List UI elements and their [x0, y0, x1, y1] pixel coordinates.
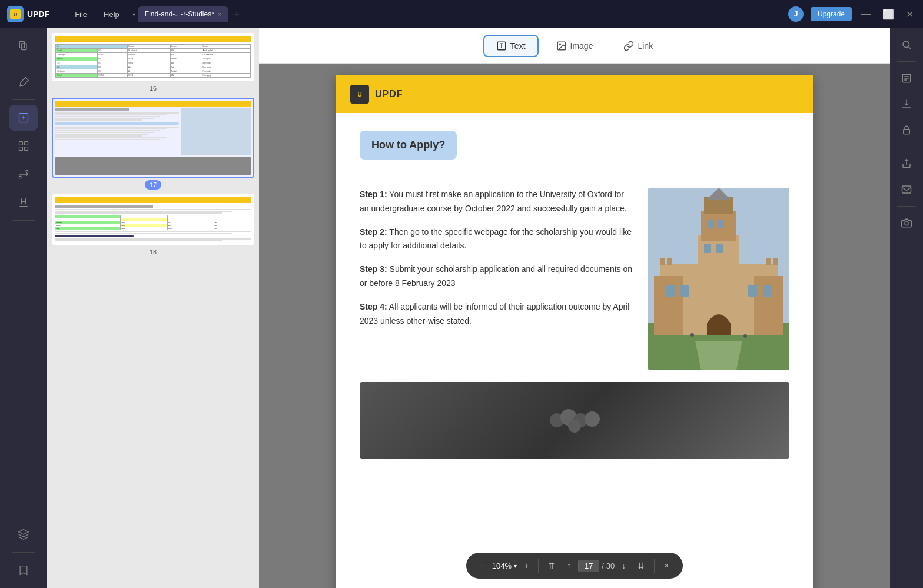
svg-rect-28 — [718, 220, 723, 228]
pdf-steps: Step 1: You must first make an applicati… — [360, 188, 634, 370]
pdf-viewer[interactable]: U UPDF How to Apply? — [259, 64, 890, 588]
step3-text: Submit your scholarship application and … — [360, 264, 632, 288]
thumbnail-page-18[interactable]: ScholarshipUniAmountApply Merit AwardHar… — [52, 194, 254, 257]
right-ocr-button[interactable] — [895, 67, 918, 90]
svg-rect-22 — [680, 285, 689, 297]
tab-close-icon[interactable]: × — [218, 11, 221, 18]
how-to-section: How to Apply? — [360, 131, 789, 174]
page-number-input[interactable] — [578, 560, 599, 572]
text-tool-button[interactable]: Text — [483, 35, 539, 57]
page-first-icon: ⇈ — [548, 561, 555, 570]
bottom-photo — [360, 382, 789, 459]
maximize-button[interactable]: ⬜ — [880, 9, 897, 20]
upgrade-button[interactable]: Upgrade — [811, 7, 852, 21]
svg-point-38 — [585, 411, 600, 427]
svg-rect-24 — [763, 285, 772, 297]
sidebar-item-organize[interactable] — [9, 133, 38, 159]
tab-area: ▾ Find-and-...-r-Studies* × + — [130, 6, 783, 22]
tab-dropdown-icon[interactable]: ▾ — [132, 11, 135, 18]
thumbnail-panel[interactable]: UniCourseAmountDetails OxfordUGAll subje… — [47, 28, 259, 588]
right-lock-button[interactable] — [895, 118, 918, 142]
svg-point-11 — [559, 44, 560, 45]
step2-text: Then go to the specific webpage for the … — [360, 227, 632, 251]
zoom-in-button[interactable]: + — [519, 557, 533, 574]
titlebar-right: J Upgrade — ⬜ ✕ — [788, 6, 916, 22]
page-separator: / — [602, 562, 604, 570]
step2-bold: Step 2: — [360, 227, 387, 237]
pdf-step-4: Step 4: All applicants will be informed … — [360, 300, 634, 328]
svg-point-39 — [568, 420, 581, 433]
pdf-step-2: Step 2: Then go to the specific webpage … — [360, 225, 634, 254]
sidebar-item-annotate[interactable] — [9, 69, 38, 95]
sidebar-item-pages[interactable] — [9, 33, 38, 59]
svg-point-30 — [743, 334, 747, 338]
right-search-button[interactable] — [895, 33, 918, 57]
svg-rect-26 — [716, 244, 723, 253]
right-separator-3 — [897, 206, 916, 207]
page-next-button[interactable]: ↓ — [617, 557, 630, 574]
how-to-title: How to Apply? — [371, 139, 445, 151]
pdf-step-1: Step 1: You must first make an applicati… — [360, 188, 634, 216]
main-layout: UniCourseAmountDetails OxfordUGAll subje… — [0, 28, 923, 588]
close-icon: × — [664, 561, 669, 570]
thumbnail-page-17[interactable]: 17 — [52, 98, 254, 190]
svg-rect-8 — [25, 147, 28, 151]
tab-add-button[interactable]: + — [231, 9, 243, 19]
bottom-toolbar: − 104% ▾ + ⇈ ↑ — [466, 553, 683, 579]
sidebar-item-bookmark[interactable] — [9, 557, 38, 583]
user-avatar[interactable]: J — [788, 6, 804, 22]
image-tool-button[interactable]: Image — [543, 35, 606, 57]
right-separator-1 — [897, 61, 916, 62]
page-prev-button[interactable]: ↑ — [562, 557, 576, 574]
edit-toolbar: Text Image Link — [259, 28, 890, 64]
image-icon — [556, 41, 567, 51]
pdf-logo-icon: U — [357, 91, 361, 98]
menu-file[interactable]: File — [69, 8, 93, 21]
sidebar-separator-4 — [12, 552, 35, 553]
zoom-out-button[interactable]: − — [476, 557, 490, 574]
svg-text:U: U — [14, 12, 18, 18]
active-tab[interactable]: Find-and-...-r-Studies* × — [138, 6, 228, 22]
thumb-page-17-preview — [52, 98, 254, 178]
logo-text: UPDF — [27, 9, 49, 19]
svg-rect-2 — [19, 42, 24, 48]
thumb-page-18-preview: ScholarshipUniAmountApply Merit AwardHar… — [52, 194, 254, 245]
svg-rect-21 — [666, 285, 675, 297]
svg-rect-32 — [667, 258, 672, 265]
oxford-building-image — [648, 188, 789, 370]
logo-icon: U — [7, 6, 24, 22]
pdf-brand: UPDF — [375, 89, 403, 99]
minimize-button[interactable]: — — [859, 9, 873, 19]
sidebar-item-fill[interactable] — [9, 190, 38, 215]
right-email-button[interactable] — [895, 178, 918, 201]
sidebar-item-layers[interactable] — [9, 521, 38, 547]
svg-rect-42 — [904, 129, 910, 134]
thumbnail-page-16[interactable]: UniCourseAmountDetails OxfordUGAll subje… — [52, 33, 254, 93]
right-extract-button[interactable] — [895, 92, 918, 116]
right-camera-button[interactable] — [895, 211, 918, 235]
svg-rect-17 — [698, 235, 739, 288]
svg-rect-34 — [773, 258, 778, 265]
svg-rect-5 — [19, 142, 23, 145]
svg-rect-23 — [748, 285, 757, 297]
sidebar-item-edit[interactable] — [9, 105, 38, 131]
page-first-button[interactable]: ⇈ — [543, 557, 560, 574]
sidebar-separator-3 — [12, 220, 35, 221]
thumb-num-16: 16 — [145, 84, 161, 93]
thumb-num-18: 18 — [145, 247, 161, 257]
link-tool-button[interactable]: Link — [610, 35, 666, 57]
zoom-level-display: 104% ▾ — [492, 562, 517, 570]
image-label: Image — [570, 41, 593, 51]
close-button[interactable]: ✕ — [904, 9, 916, 20]
sidebar-item-convert[interactable] — [9, 161, 38, 187]
menu-help[interactable]: Help — [98, 8, 125, 21]
titlebar: U UPDF File Help ▾ Find-and-...-r-Studie… — [0, 0, 923, 28]
right-share-button[interactable] — [895, 152, 918, 175]
svg-rect-43 — [902, 186, 911, 193]
toolbar-separator-1 — [538, 559, 539, 573]
step1-bold: Step 1: — [360, 190, 387, 199]
toolbar-close-button[interactable]: × — [659, 557, 673, 574]
svg-rect-27 — [707, 220, 713, 228]
page-last-button[interactable]: ⇊ — [633, 557, 649, 574]
zoom-dropdown-icon[interactable]: ▾ — [514, 563, 517, 569]
